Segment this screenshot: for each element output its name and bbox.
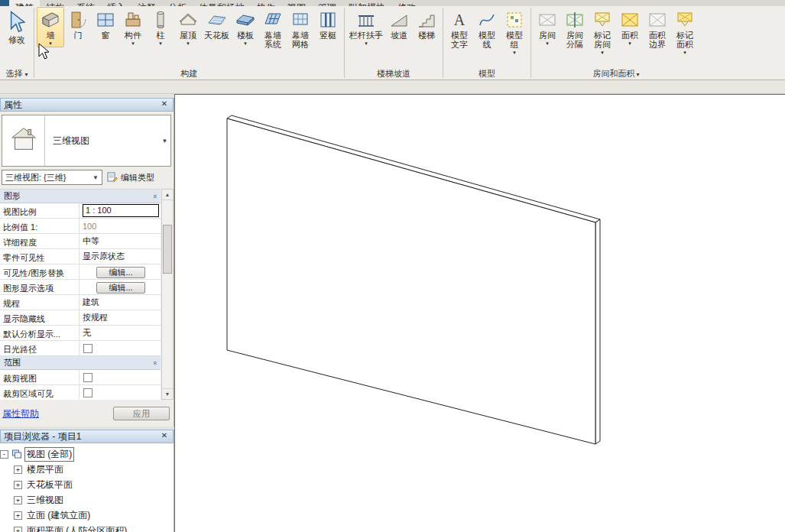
modify-button-label: 修改 [8,35,25,44]
ribbon-button-room-separator[interactable]: 房间 分隔 [561,7,589,50]
ribbon-button-room[interactable]: 房间▾ [534,7,561,47]
tree-item[interactable]: +天花板平面 [0,477,174,492]
ribbon-panel-label-1: 楼梯坡道 [347,68,440,79]
ribbon-tab-11[interactable]: 附加模块 [342,0,391,6]
ribbon-button-tag-area[interactable]: 标记 面积▾ [671,7,699,57]
edit-button[interactable]: 编辑... [96,267,145,278]
dropdown-arrow-icon: ▾ [159,41,162,47]
ribbon-button-tag-room[interactable]: 标记 房间▾ [589,7,616,57]
dropdown-arrow-icon: ▾ [683,50,686,56]
ribbon-button-curtain-system[interactable]: 幕墙 系统 [259,7,287,50]
ribbon-button-stair[interactable]: 楼梯 [413,7,440,41]
properties-scrollbar[interactable]: ▲ ▼ [161,189,174,400]
view-scale-input[interactable]: 1 : 100 [83,204,159,217]
checkbox[interactable] [83,344,92,353]
edit-button[interactable]: 编辑... [96,282,145,294]
tree-expand-icon[interactable]: + [14,481,22,489]
ribbon-button-curtain-grid[interactable]: 幕墙 网格 [287,7,314,50]
modify-button[interactable]: 修改 [2,7,31,45]
close-icon[interactable]: ✕ [159,99,170,110]
checkbox[interactable] [83,388,92,397]
ribbon-tab-3[interactable]: 系统 [70,0,101,6]
chevron-down-icon: ▾ [25,71,28,78]
ribbon-button-floor[interactable]: 楼板▾ [232,7,259,47]
area-icon [620,10,640,30]
checkbox[interactable] [83,373,92,382]
ribbon-tab-9[interactable]: 视图 [281,0,312,6]
scroll-down-icon[interactable]: ▼ [162,388,173,399]
property-section-header[interactable]: 图形« [0,190,161,203]
property-value[interactable]: 无 [79,326,161,340]
dropdown-arrow-icon: ▾ [628,41,631,47]
properties-title-bar: 属性 ✕ [0,98,174,112]
dropdown-arrow-icon: ▾ [244,41,247,47]
scroll-up-icon[interactable]: ▲ [162,190,173,200]
property-row: 显示隐藏线按规程 [0,310,161,326]
wall-element[interactable] [227,115,600,444]
tree-item[interactable]: +面积平面 (人防分区面积) [0,523,174,532]
ribbon-panel-0: 墙▾门窗构件▾柱▾屋顶▾天花板楼板▾幕墙 系统幕墙 网格竖梃构建 [34,6,344,79]
apply-button[interactable]: 应用 [113,407,170,420]
properties-title: 属性 [4,99,22,112]
ribbon-button-model-line[interactable]: 模型 线 [473,7,501,50]
property-value[interactable]: 建筑 [79,295,161,310]
ribbon-button-mullion[interactable]: 竖梃 [314,7,342,41]
tree-expand-icon[interactable]: + [14,496,22,504]
dropdown-arrow-icon: ▾ [513,50,516,56]
tree-item[interactable]: +立面 (建筑立面) [0,508,174,523]
tree-item-views-root[interactable]: -视图 (全部) [0,446,174,462]
tree-expand-icon[interactable]: + [14,466,22,474]
drawing-canvas[interactable] [174,94,785,532]
dropdown-arrow-icon: ▾ [546,41,549,47]
ramp-icon [389,10,409,30]
ribbon-button-model-group[interactable]: 模型 组▾ [501,7,528,57]
type-selector-dropdown[interactable]: 三维视图: {三维} ▼ [2,170,102,185]
ribbon-tab-8[interactable]: 协作 [251,0,281,6]
ribbon: 修改 选择 ▾ 墙▾门窗构件▾柱▾屋顶▾天花板楼板▾幕墙 系统幕墙 网格竖梃构建… [0,6,785,80]
model-group-icon [504,10,524,30]
ribbon-button-component[interactable]: 构件▾ [119,7,147,47]
ribbon-button-area[interactable]: 面积▾ [616,7,644,47]
ribbon-button-railing[interactable]: 栏杆扶手▾ [347,7,385,47]
property-value[interactable]: 按规程 [79,310,161,325]
tree-expand-icon[interactable]: + [14,527,22,532]
properties-help-link[interactable]: 属性帮助 [2,407,39,420]
ribbon-panel-label-3[interactable]: 房间和面积 ▾ [534,68,699,79]
scrollbar-thumb[interactable] [163,225,172,274]
tree-collapse-icon[interactable]: - [0,450,8,459]
property-value [79,370,161,384]
house-3d-icon [8,123,40,158]
ribbon-tab-2[interactable]: 结构 [40,0,70,6]
ribbon-tab-1[interactable]: 建筑 [9,0,40,6]
ribbon-tab-5[interactable]: 注释 [131,0,162,6]
ribbon-button-window[interactable]: 窗 [92,7,119,41]
ribbon-tab-6[interactable]: 分析 [162,0,193,6]
chevron-down-icon[interactable]: ▼ [159,115,170,166]
ribbon-tab-12[interactable]: 修改 [391,0,422,6]
property-section-header[interactable]: 范围« [0,356,161,370]
edit-type-button[interactable]: 编辑类型 [105,170,171,185]
ribbon-button-ramp[interactable]: 坡道 [385,7,413,41]
property-value[interactable]: 中等 [79,234,161,248]
ribbon-button-area-boundary[interactable]: 面积 边界 [644,7,671,50]
property-row: 默认分析显示...无 [0,326,161,341]
dropdown-arrow-icon: ▾ [187,41,190,47]
tree-item[interactable]: +楼层平面 [0,462,174,477]
close-icon[interactable]: ✕ [159,431,170,442]
ribbon-tab-4[interactable]: 插入 [101,0,131,6]
tree-item[interactable]: +三维视图 [0,492,174,508]
ribbon-button-wall[interactable]: 墙▾ [37,7,64,47]
property-row: 图形显示选项编辑... [0,280,161,295]
tree-expand-icon[interactable]: + [14,511,22,520]
ribbon-tab-7[interactable]: 体量和场地 [193,0,251,6]
ribbon-button-roof[interactable]: 屋顶▾ [174,7,202,47]
property-value[interactable]: 显示原状态 [79,249,161,264]
ribbon-button-door[interactable]: 门 [64,7,92,41]
ribbon-button-model-text[interactable]: A模型 文字 [446,7,473,50]
ribbon-button-column[interactable]: 柱▾ [147,7,174,47]
type-selector[interactable]: 三维视图 ▼ [2,115,171,167]
ribbon-tab-10[interactable]: 管理 [312,0,342,6]
ribbon-button-ceiling[interactable]: 天花板 [202,7,232,41]
select-group-label[interactable]: 选择 ▾ [2,68,31,79]
application-menu-fragment[interactable] [0,0,9,6]
